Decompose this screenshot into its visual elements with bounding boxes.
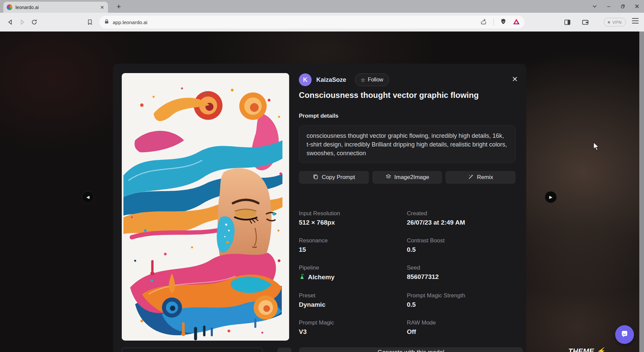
mouse-cursor <box>593 142 601 152</box>
window-controls: – × <box>588 0 644 13</box>
browser-tab[interactable]: leonardo.ai × <box>3 2 108 13</box>
tab-title: leonardo.ai <box>15 5 97 10</box>
detail-created: Created 26/07/23 at 2:49 AM <box>407 210 516 226</box>
prompt-input-stub[interactable] <box>122 348 263 352</box>
copy-prompt-button[interactable]: Copy Prompt <box>299 171 369 184</box>
clipped-caption: THEME ⚡ <box>568 347 605 352</box>
page-scrollbar[interactable] <box>639 32 644 352</box>
detail-resonance: Resonance 15 <box>299 237 407 253</box>
chat-icon <box>620 329 629 340</box>
layers-icon <box>385 174 391 181</box>
vpn-label: VPN <box>612 20 622 25</box>
prompt-input-button-stub[interactable] <box>277 348 291 352</box>
detail-seed: Seed 856077312 <box>407 265 516 281</box>
window-close-button[interactable]: × <box>630 0 644 13</box>
support-chat-button[interactable] <box>615 325 634 344</box>
detail-raw-mode: RAW Mode Off <box>407 319 516 336</box>
next-image-button[interactable]: ▶ <box>545 191 557 203</box>
lock-icon <box>104 19 109 25</box>
modal-close-icon[interactable]: × <box>512 74 518 84</box>
creator-name[interactable]: KaizaSoze <box>316 76 346 83</box>
arrow-right-icon: ▶ <box>549 195 552 199</box>
detail-contrast-boost: Contrast Boost 0.5 <box>407 237 516 253</box>
generated-image[interactable] <box>122 73 289 341</box>
tab-search-chevron-icon[interactable] <box>588 0 602 13</box>
remix-button[interactable]: Remix <box>445 171 516 184</box>
image-title: Consciousness thought vector graphic flo… <box>299 91 520 100</box>
forward-button[interactable] <box>16 16 28 28</box>
back-button[interactable] <box>4 16 16 28</box>
vpn-badge[interactable]: VPN <box>604 18 626 26</box>
brave-shields-lion-icon[interactable] <box>500 18 507 26</box>
url-text[interactable]: app.leonardo.ai <box>113 19 480 25</box>
toolbar-divider <box>493 19 494 25</box>
alchemy-flask-icon <box>299 273 305 281</box>
sidebar-toggle-icon[interactable] <box>561 16 573 28</box>
star-icon: ☆ <box>361 77 365 83</box>
follow-button[interactable]: ☆ Follow <box>355 73 389 86</box>
arrow-left-icon: ◀ <box>86 195 89 199</box>
detail-pipeline: Pipeline Alchemy <box>299 265 407 281</box>
reload-button[interactable] <box>28 16 40 28</box>
minimize-button[interactable]: – <box>602 0 616 13</box>
prompt-details-heading: Prompt details <box>299 113 338 119</box>
brave-rewards-bat-icon[interactable] <box>513 18 520 26</box>
avatar[interactable]: K <box>299 73 312 86</box>
new-tab-button[interactable]: + <box>113 2 124 11</box>
previous-image-button[interactable]: ◀ <box>82 191 94 203</box>
detail-prompt-magic: Prompt Magic V3 <box>299 319 407 336</box>
vpn-status-dot-icon <box>608 21 610 23</box>
detail-prompt-magic-strength: Prompt Magic Strength 0.5 <box>407 292 516 308</box>
action-buttons-row: Copy Prompt Image2Image Remix <box>299 171 516 184</box>
wand-icon <box>468 174 474 181</box>
creator-row: K KaizaSoze ☆ Follow <box>299 73 389 86</box>
generation-details-grid: Input Resolution 512 × 768px Created 26/… <box>299 210 516 336</box>
leonardo-favicon-icon <box>7 4 12 10</box>
browser-toolbar: app.leonardo.ai VPN <box>0 13 644 32</box>
detail-preset: Preset Dynamic <box>299 292 407 308</box>
url-bar[interactable]: app.leonardo.ai <box>99 16 525 28</box>
tab-strip: leonardo.ai × + – × <box>0 0 644 13</box>
menu-icon[interactable] <box>632 18 639 23</box>
tab-close-icon[interactable]: × <box>100 4 105 10</box>
generate-with-model-button[interactable]: Generate with this model <box>299 347 523 352</box>
share-icon[interactable] <box>480 18 487 26</box>
detail-input-resolution: Input Resolution 512 × 768px <box>299 210 407 226</box>
wallet-icon[interactable] <box>579 16 591 28</box>
copy-icon <box>313 174 319 181</box>
bookmark-icon[interactable] <box>84 16 96 28</box>
prompt-text-box[interactable]: consciousness thought vector graphic flo… <box>299 125 516 163</box>
image2image-button[interactable]: Image2Image <box>372 171 442 184</box>
maximize-button[interactable] <box>616 0 630 13</box>
page-viewport: K KaizaSoze ☆ Follow × Consciousness tho… <box>0 32 644 352</box>
image-detail-modal: K KaizaSoze ☆ Follow × Consciousness tho… <box>113 64 526 352</box>
